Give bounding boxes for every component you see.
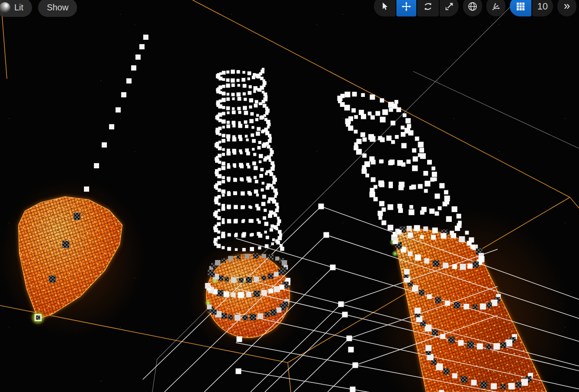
show-menu-label: Show — [47, 3, 68, 13]
scale-tool-button[interactable] — [440, 0, 459, 16]
show-menu-button[interactable]: Show — [38, 0, 77, 17]
transform-tool-group — [374, 0, 459, 16]
lit-mode-button[interactable]: Lit — [0, 0, 32, 17]
lit-sphere-icon — [0, 2, 10, 13]
default-sprite — [74, 213, 80, 220]
grid-icon — [515, 1, 526, 12]
viewport-options-bar: Lit Show — [0, 0, 77, 17]
default-sprite — [49, 276, 56, 283]
scale-icon — [444, 2, 454, 11]
cursor-icon — [380, 2, 389, 11]
surface-snapping-button[interactable] — [486, 0, 505, 16]
viewport-canvas[interactable] — [0, 0, 579, 392]
grid-snap-toggle[interactable] — [510, 0, 531, 16]
move-icon — [401, 1, 412, 12]
coordinate-space-button[interactable] — [463, 0, 482, 16]
grid-snap-value[interactable]: 10 — [532, 0, 553, 16]
rotate-icon — [423, 1, 433, 12]
editor-viewport[interactable]: Lit Show — [0, 0, 579, 392]
rotate-tool-button[interactable] — [417, 0, 439, 16]
particle-trail[interactable] — [84, 35, 148, 192]
particle-helix-middle[interactable] — [213, 68, 284, 251]
toolbar-expand-button[interactable]: » — [557, 0, 576, 16]
transform-toolbar: 10 » — [374, 0, 576, 16]
select-tool-button[interactable] — [374, 0, 396, 16]
default-sprite — [62, 241, 69, 248]
lit-mode-label: Lit — [14, 3, 23, 13]
grid-snap-group: 10 — [510, 0, 553, 16]
globe-icon — [467, 1, 478, 12]
move-tool-button[interactable] — [396, 0, 416, 16]
surface-snap-icon — [491, 1, 501, 12]
